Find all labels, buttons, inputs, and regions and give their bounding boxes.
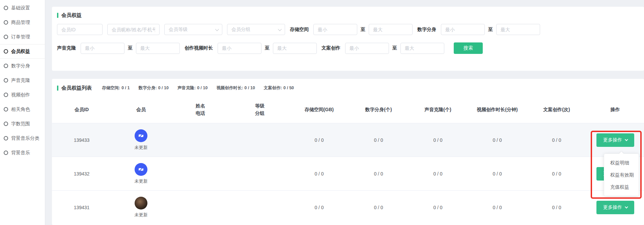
filters-card: 会员权益 会员等级 会员分组 存储空间 至 数字分身 至: [52, 7, 644, 71]
member-avatar-logo: [135, 129, 147, 142]
sidebar-menu: 基础设置 商品管理 订单管理 会员权益 数字分身 声音克隆 视频创作 相关角色 …: [0, 0, 45, 160]
sidebar-item-label: 背景音乐: [11, 150, 30, 156]
member-cell: 未更新: [111, 129, 171, 151]
chevron-down-icon: [625, 138, 628, 141]
sidebar-item-product-management[interactable]: 商品管理: [0, 15, 45, 30]
video-duration-to-label: 至: [265, 45, 270, 51]
radio-circle-icon: [4, 107, 8, 111]
sidebar-item-voice-clone[interactable]: 声音克隆: [0, 73, 45, 88]
more-actions-button[interactable]: 更多操作: [596, 201, 634, 214]
green-title-bar: [57, 13, 58, 18]
list-card-title: 会员权益列表: [57, 85, 92, 91]
sidebar-item-bgm-category[interactable]: 背景音乐分类: [0, 131, 45, 146]
sidebar-item-related-roles[interactable]: 相关角色: [0, 102, 45, 117]
col-actions: 操作: [586, 106, 644, 113]
green-title-bar: [57, 86, 58, 91]
member-avatar-photo: [135, 197, 147, 210]
member-rights-table: 会员ID 会员 姓名电话 等级分组 存储空间(GB) 数字分身(个) 声音克隆(…: [52, 96, 644, 224]
digital-avatar-min-input[interactable]: [441, 24, 485, 35]
copywriting-max-input[interactable]: [400, 43, 444, 54]
sidebar-item-member-rights[interactable]: 会员权益: [0, 44, 45, 59]
copywriting-cell: 0 / 0: [527, 205, 586, 210]
list-title: 会员权益列表: [61, 85, 92, 91]
storage-min-input[interactable]: [313, 24, 357, 35]
actions-cell: 更多操作: [586, 201, 644, 214]
copywriting-min-input[interactable]: [345, 43, 389, 54]
video-duration-filter-label: 创作视频时长: [185, 45, 213, 51]
radio-circle-icon: [4, 78, 8, 83]
chevron-down-icon: [278, 27, 282, 31]
digital-avatar-cell: 0 / 0: [349, 171, 408, 176]
video-duration-max-input[interactable]: [273, 43, 317, 54]
stat-digital-avatar: 数字分身:0 / 10: [139, 85, 169, 91]
avatar-status: 未更新: [135, 144, 148, 151]
sidebar-item-digital-avatar[interactable]: 数字分身: [0, 59, 45, 73]
col-member-id: 会员ID: [52, 106, 111, 113]
list-card-header: 会员权益列表 存储空间:0 / 1 数字分身:0 / 10 声音克隆:0 / 1…: [52, 85, 644, 91]
stat-storage: 存储空间:0 / 1: [102, 85, 130, 91]
sidebar-item-label: 字数范围: [11, 121, 30, 127]
voice-clone-min-input[interactable]: [81, 43, 124, 54]
voice-clone-filter-label: 声音克隆: [57, 45, 76, 51]
member-cell: 未更新: [111, 197, 171, 218]
page-title: 会员权益: [61, 12, 82, 19]
voice-clone-to-label: 至: [128, 45, 133, 51]
voice-clone-cell: 0 / 0: [408, 137, 468, 143]
more-actions-button[interactable]: 更多操作: [596, 133, 634, 147]
copywriting-to-label: 至: [392, 45, 397, 51]
sidebar-item-basic-settings[interactable]: 基础设置: [0, 1, 45, 15]
storage-cell: 0 / 0: [289, 137, 349, 143]
voice-clone-max-input[interactable]: [136, 43, 180, 54]
radio-circle-icon: [4, 136, 8, 140]
voice-clone-cell: 0 / 0: [408, 171, 468, 176]
sidebar-item-bgm[interactable]: 背景音乐: [0, 146, 45, 160]
sidebar-item-label: 商品管理: [11, 20, 30, 26]
avatar-status: 未更新: [135, 212, 148, 218]
col-copywriting: 文案创作(次): [527, 106, 586, 113]
sidebar-item-label: 声音克隆: [11, 77, 30, 84]
video-duration-min-input[interactable]: [218, 43, 261, 54]
storage-to-label: 至: [361, 27, 365, 33]
digital-avatar-to-label: 至: [488, 27, 493, 33]
filter-row-1: 会员等级 会员分组 存储空间 至 数字分身 至: [57, 24, 639, 35]
sidebar-item-label: 背景音乐分类: [11, 135, 39, 141]
search-button[interactable]: 搜索: [454, 42, 483, 54]
stat-video-duration: 视频创作时长:0 / 10: [216, 85, 255, 91]
video-duration-cell: 0 / 0: [468, 205, 527, 210]
digital-avatar-cell: 0 / 0: [349, 137, 408, 143]
filter-row-2: 声音克隆 至 创作视频时长 至 文案创作 至 搜索: [57, 42, 639, 54]
member-avatar-logo: [135, 163, 147, 176]
sidebar-item-label: 视频创作: [11, 92, 30, 98]
sidebar-item-label: 订单管理: [11, 34, 30, 40]
sidebar-item-label: 数字分身: [11, 63, 30, 69]
sidebar-item-label: 会员权益: [11, 49, 30, 55]
col-digital-avatar: 数字分身(个): [349, 106, 408, 113]
storage-filter-label: 存储空间: [290, 27, 309, 33]
storage-max-input[interactable]: [369, 24, 413, 35]
stat-copywriting: 文案创作:0 / 50: [264, 85, 294, 91]
radio-circle-icon: [4, 64, 8, 68]
sidebar-item-order-management[interactable]: 订单管理: [0, 30, 45, 44]
col-level-group: 等级分组: [230, 102, 289, 117]
col-name-phone: 姓名电话: [171, 102, 230, 117]
member-cell: 未更新: [111, 163, 171, 184]
select-placeholder: 会员分组: [231, 27, 250, 33]
col-voice-clone: 声音克隆(个): [408, 106, 468, 113]
sidebar-item-word-count-range[interactable]: 字数范围: [0, 117, 45, 131]
member-group-select[interactable]: 会员分组: [227, 24, 285, 35]
app-logo-icon: [137, 166, 145, 173]
dropdown-item-rights-detail[interactable]: 权益明细: [604, 157, 639, 169]
radio-circle-icon: [4, 151, 8, 155]
member-rights-list-card: 会员权益列表 存储空间:0 / 1 数字分身:0 / 10 声音克隆:0 / 1…: [52, 79, 644, 225]
voice-clone-cell: 0 / 0: [408, 205, 468, 210]
member-name-input[interactable]: [107, 24, 160, 35]
storage-cell: 0 / 0: [289, 205, 349, 210]
copywriting-cell: 0 / 0: [527, 171, 586, 176]
sidebar-item-video-creation[interactable]: 视频创作: [0, 88, 45, 102]
table-row: 139431 未更新 0 / 0 0 / 0 0 / 0 0 / 0 0 / 0…: [52, 190, 644, 224]
member-level-select[interactable]: 会员等级: [164, 24, 222, 35]
member-id-input[interactable]: [57, 24, 103, 35]
dropdown-item-recharge-rights[interactable]: 充值权益: [604, 181, 639, 193]
dropdown-item-rights-validity[interactable]: 权益有效期: [604, 169, 639, 181]
digital-avatar-max-input[interactable]: [496, 24, 540, 35]
